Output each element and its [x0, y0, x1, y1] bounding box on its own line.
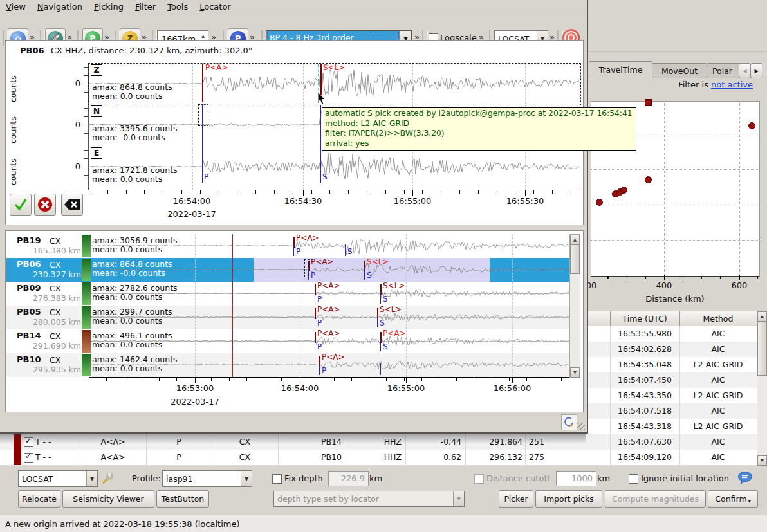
arrival-row-pb10[interactable]: T - - A<A> P CX PB10 HHZ 0.62 296.132 27…	[0, 450, 584, 466]
time-axis-minor-ticks	[89, 378, 569, 381]
tab-moveout[interactable]: MoveOut	[652, 63, 707, 78]
seismicity-viewer-button[interactable]: Seismicity Viewer	[62, 490, 154, 508]
table-row[interactable]: 16:54:43.318L2-AIC-GRID	[582, 419, 757, 435]
pick-marker-p[interactable]: P<A>P	[293, 234, 323, 258]
scroll-down-button[interactable]: ▼	[757, 455, 767, 466]
import-picks-button[interactable]: Import picks	[535, 490, 602, 508]
station-row-pb06-selected[interactable]: PB06 CX 230.327 km amax: 864.8 counts me…	[6, 258, 569, 282]
mean-n: mean: -0.0 counts	[92, 133, 165, 142]
y-axis-label-e: counts	[8, 149, 18, 185]
distance-cutoff-checkbox[interactable]	[474, 474, 484, 484]
scrollbar-thumb[interactable]	[570, 244, 580, 274]
table-row[interactable]: 16:54:07.630AIC	[582, 434, 757, 450]
pick-line-p-z[interactable]	[202, 64, 203, 102]
pick-marker-p[interactable]: P<A>P	[308, 258, 338, 282]
table-row[interactable]: 16:54:07.518AIC	[582, 403, 757, 419]
picker-drop-shadow	[0, 434, 586, 444]
toolbar: ⌂ » » P » Z » 1667km ▲ ▼ » P » BP 4 - 8 …	[0, 14, 587, 39]
comment-bubble-icon[interactable]	[737, 471, 754, 485]
locator-select[interactable]: LOCSAT ▼	[18, 470, 98, 487]
x-axis-label: Distance (km)	[611, 294, 739, 304]
cell-time: 16:54:43.350	[610, 388, 679, 403]
time-axis-major-tick	[195, 378, 196, 383]
compute-magnitudes-button[interactable]: Compute magnitudes	[605, 490, 706, 508]
ignore-initial-location-checkbox[interactable]	[629, 474, 638, 484]
menu-locator[interactable]: Locator	[194, 1, 236, 13]
table-row[interactable]: 16:54:02.628AIC	[582, 342, 757, 358]
cell-time: 16:54:09.120	[610, 450, 679, 465]
menu-tools[interactable]: Tools	[162, 1, 194, 13]
test-button[interactable]: TestButton	[156, 490, 209, 508]
reset-zoom-button[interactable]	[561, 414, 577, 430]
pick-marker-s[interactable]: S<L>S	[364, 258, 394, 282]
picker-resize-grip[interactable]	[577, 423, 585, 430]
time-axis-major-tick	[525, 190, 526, 196]
phase-label-p: P	[204, 172, 208, 181]
table-row[interactable]: 16:54:09.120AIC	[582, 450, 757, 466]
ignore-initial-location-label: Ignore initial location	[641, 473, 729, 483]
pick-marker-p[interactable]: P<A>P	[315, 306, 344, 329]
station-code: PB06	[17, 259, 41, 269]
phase-line-s[interactable]	[320, 105, 321, 183]
scroll-down-icon: ▼	[573, 370, 577, 375]
table-row[interactable]: 16:54:07.450AIC	[582, 372, 757, 389]
station-amax: amax: 496.1 counts	[92, 331, 172, 340]
menu-navigation[interactable]: Navigation	[32, 1, 88, 13]
scrollbar-thumb[interactable]	[757, 322, 767, 376]
filter-status-text: Filter is	[678, 80, 708, 89]
cell-station: PB10	[278, 450, 342, 465]
locator-settings-wrench-icon[interactable]	[101, 472, 114, 484]
menu-picking[interactable]: Picking	[88, 1, 129, 13]
fix-depth-checkbox[interactable]	[272, 474, 282, 484]
table-row[interactable]: 16:53:55.980AIC	[582, 326, 757, 342]
table-row[interactable]: 16:54:43.350L2-AIC-GRID	[582, 388, 757, 404]
accept-pick-button[interactable]	[10, 194, 32, 216]
menu-view[interactable]: View	[0, 1, 32, 13]
station-row-pb10[interactable]: PB10 CX 295.935 km amax: 1462.4 counts m…	[6, 353, 569, 377]
station-list-scrollbar[interactable]: ▲ ▼	[569, 234, 580, 378]
depth-input[interactable]: 226.9	[328, 471, 369, 486]
picker-button[interactable]: Picker	[499, 490, 533, 508]
confirm-button[interactable]: Confirm ▾	[708, 490, 758, 508]
pick-marker-p[interactable]: P<A>P	[315, 329, 344, 353]
relocate-button[interactable]: Relocate	[18, 490, 60, 508]
spin-up-icon[interactable]: ▲	[201, 33, 205, 39]
time-axis-major-tick	[192, 190, 192, 196]
arrival-used-checkbox[interactable]	[24, 453, 33, 463]
arrivals-table-header: Time (UTC) Method	[582, 311, 757, 327]
scroll-down-button[interactable]: ▼	[570, 367, 580, 378]
axis-date: 2022-03-17	[166, 397, 224, 407]
arrivals-table-scrollbar[interactable]: ▲ ▼	[757, 311, 767, 466]
component-label-e: E	[91, 147, 102, 159]
filter-toggle-link[interactable]: not active	[711, 80, 753, 89]
depth-type-select[interactable]: depth type set by locator ▼	[273, 491, 465, 507]
station-row-pb09[interactable]: PB09 CX 276.383 km amax: 2782.6 counts m…	[6, 282, 569, 306]
station-mean: mean: 0.0 counts	[92, 292, 162, 302]
reject-pick-button[interactable]	[34, 194, 56, 216]
column-header-method[interactable]: Method	[679, 311, 757, 327]
station-row-pb14[interactable]: PB14 CX 291.690 km amax: 496.1 counts me…	[6, 329, 569, 353]
data-point	[748, 122, 755, 129]
scroll-up-button[interactable]: ▲	[570, 235, 580, 245]
station-code: PB14	[17, 331, 41, 340]
phase-line-p[interactable]	[202, 105, 203, 183]
tooltip-line: filter: ITAPER(2)>>BW(3,3,20)	[325, 129, 633, 139]
pick-marker-p[interactable]: P<A>P	[315, 282, 344, 306]
remove-pick-button[interactable]	[61, 194, 83, 216]
status-message: A new origin arrived at 2022-03-18 19:55…	[5, 519, 240, 529]
pick-marker-s[interactable]: S<L>S	[377, 306, 407, 329]
menu-filter[interactable]: Filter	[129, 1, 162, 13]
cutoff-input[interactable]: 1000	[556, 471, 596, 486]
scroll-up-button[interactable]: ▲	[757, 311, 767, 322]
pick-marker-s[interactable]: S	[345, 234, 374, 258]
table-row[interactable]: 16:54:35.048L2-AIC-GRID	[582, 357, 757, 373]
profile-select[interactable]: iasp91 ▼	[162, 470, 252, 487]
station-row-pb19[interactable]: PB19 CX 165.380 km amax: 3056.9 counts m…	[6, 234, 569, 258]
column-header-time[interactable]: Time (UTC)	[610, 311, 680, 327]
pick-marker-p[interactable]: P<A>P	[319, 353, 349, 377]
tab-label: Polar	[712, 66, 732, 76]
tab-traveltime[interactable]: TravelTime	[589, 61, 652, 78]
time-gridline	[300, 234, 300, 377]
data-point	[645, 176, 652, 183]
station-row-pb05[interactable]: PB05 CX 280.005 km amax: 299.7 counts me…	[6, 306, 569, 329]
